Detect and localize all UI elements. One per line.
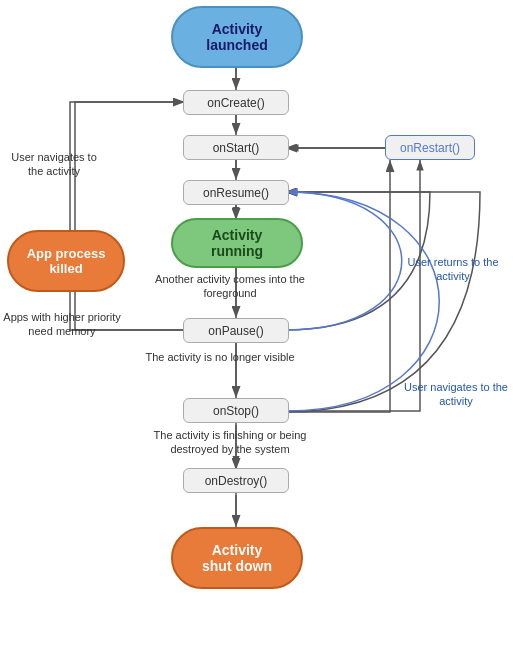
on-destroy-node: onDestroy() (183, 468, 289, 493)
user-navigates-left-label: User navigates to the activity (4, 150, 104, 179)
on-restart-node: onRestart() (385, 135, 475, 160)
on-resume-label: onResume() (203, 186, 269, 200)
on-restart-label: onRestart() (400, 141, 460, 155)
activity-running-node: Activity running (171, 218, 303, 268)
activity-finishing-label: The activity is finishing or being destr… (130, 428, 330, 457)
activity-shut-down-node: Activity shut down (171, 527, 303, 589)
on-destroy-label: onDestroy() (205, 474, 268, 488)
activity-launched-node: Activity launched (171, 6, 303, 68)
on-start-node: onStart() (183, 135, 289, 160)
user-returns-label: User returns to the activity (403, 255, 503, 284)
on-pause-node: onPause() (183, 318, 289, 343)
apps-higher-priority-label: Apps with higher priority need memory (2, 310, 122, 339)
user-navigates-right-label: User navigates to the activity (401, 380, 511, 409)
activity-running-label: Activity running (211, 227, 263, 259)
on-resume-node: onResume() (183, 180, 289, 205)
on-create-label: onCreate() (207, 96, 264, 110)
another-activity-label: Another activity comes into the foregrou… (155, 272, 305, 301)
app-process-killed-label: App process killed (27, 246, 106, 276)
on-pause-label: onPause() (208, 324, 263, 338)
on-stop-label: onStop() (213, 404, 259, 418)
on-start-label: onStart() (213, 141, 260, 155)
activity-shut-down-label: Activity shut down (202, 542, 272, 574)
no-longer-visible-label: The activity is no longer visible (145, 350, 295, 364)
on-stop-node: onStop() (183, 398, 289, 423)
on-create-node: onCreate() (183, 90, 289, 115)
activity-launched-label: Activity launched (206, 21, 267, 53)
app-process-killed-node: App process killed (7, 230, 125, 292)
activity-lifecycle-diagram: Activity launched onCreate() onStart() o… (0, 0, 513, 663)
